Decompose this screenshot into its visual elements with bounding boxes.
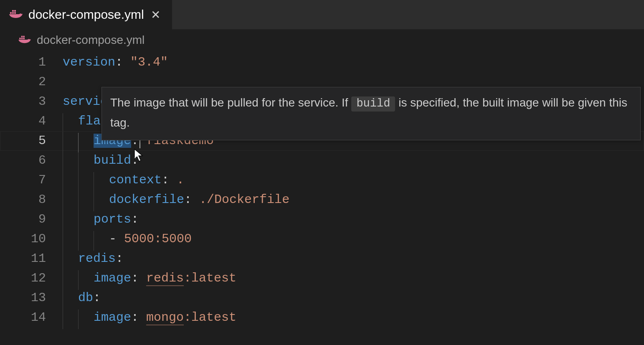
indent-guide bbox=[63, 231, 63, 251]
indent-guide bbox=[94, 172, 94, 192]
docker-icon bbox=[18, 33, 31, 47]
svg-rect-5 bbox=[19, 38, 21, 39]
line-number: 3 bbox=[0, 92, 63, 112]
indent-guide bbox=[63, 270, 63, 290]
code-content[interactable]: - 5000:5000 bbox=[63, 229, 192, 249]
hover-code-word: build bbox=[351, 96, 395, 112]
yaml-text: : bbox=[131, 271, 146, 285]
code-line[interactable]: 12 image: redis:latest bbox=[0, 269, 644, 288]
yaml-key: image bbox=[94, 310, 131, 325]
indent-guide bbox=[63, 133, 63, 152]
line-number: 5 bbox=[0, 131, 63, 151]
yaml-value: ./Dockerfile bbox=[199, 193, 289, 207]
breadcrumb[interactable]: docker-compose.yml bbox=[0, 29, 644, 53]
indent-guide bbox=[63, 251, 63, 270]
svg-rect-4 bbox=[14, 10, 16, 12]
yaml-value: "3.4" bbox=[130, 55, 168, 69]
yaml-value: . bbox=[177, 173, 184, 187]
line-number: 14 bbox=[0, 308, 63, 327]
code-line[interactable]: 1version: "3.4" bbox=[0, 53, 644, 72]
yaml-key: image bbox=[94, 271, 131, 285]
hover-tooltip: The image that will be pulled for the se… bbox=[101, 87, 641, 140]
editor-tab[interactable]: docker-compose.yml ✕ bbox=[0, 0, 172, 29]
code-line[interactable]: 13 db: bbox=[0, 288, 644, 308]
yaml-text: : bbox=[131, 310, 146, 325]
line-number: 1 bbox=[0, 53, 63, 72]
indent-guide bbox=[94, 231, 94, 251]
yaml-key: redis bbox=[78, 251, 116, 266]
code-content[interactable]: dockerfile: ./Dockerfile bbox=[63, 190, 289, 210]
svg-rect-1 bbox=[12, 12, 14, 14]
yaml-text: : bbox=[116, 251, 123, 266]
line-number: 12 bbox=[0, 269, 63, 288]
yaml-value: mongo bbox=[146, 310, 184, 325]
yaml-key: db bbox=[78, 291, 93, 305]
yaml-value: :latest bbox=[184, 310, 236, 325]
svg-rect-6 bbox=[21, 38, 23, 39]
code-line[interactable]: 7 context: . bbox=[0, 170, 644, 190]
yaml-key: ports bbox=[94, 212, 131, 226]
svg-rect-7 bbox=[23, 38, 25, 39]
code-content[interactable]: build: bbox=[63, 151, 139, 170]
code-line[interactable]: 6 build: bbox=[0, 151, 644, 170]
line-number: 10 bbox=[0, 229, 63, 249]
line-number: 8 bbox=[0, 190, 63, 210]
indent-guide bbox=[78, 270, 79, 290]
code-content[interactable]: ports: bbox=[63, 210, 139, 229]
indent-guide bbox=[63, 211, 63, 231]
indent-guide bbox=[78, 231, 79, 251]
svg-rect-9 bbox=[23, 36, 25, 38]
svg-rect-3 bbox=[12, 10, 14, 12]
yaml-key: version bbox=[63, 55, 115, 69]
yaml-text: : bbox=[131, 153, 139, 167]
yaml-value: 5000:5000 bbox=[124, 232, 192, 246]
code-line[interactable]: 10 - 5000:5000 bbox=[0, 229, 644, 249]
hover-text: The image that will be pulled for the se… bbox=[110, 96, 351, 109]
code-content[interactable]: image: redis:latest bbox=[63, 269, 236, 288]
indent-guide bbox=[63, 192, 63, 211]
yaml-text: : bbox=[131, 212, 139, 226]
yaml-key: context bbox=[109, 173, 162, 187]
indent-guide bbox=[78, 133, 79, 152]
yaml-text: : bbox=[184, 193, 199, 207]
tab-title: docker-compose.yml bbox=[28, 8, 144, 22]
line-number: 7 bbox=[0, 170, 63, 190]
code-line[interactable]: 8 dockerfile: ./Dockerfile bbox=[0, 190, 644, 210]
tab-close-icon[interactable]: ✕ bbox=[150, 8, 161, 22]
code-editor[interactable]: 1version: "3.4"23services:4 flaskdemo:5 … bbox=[0, 53, 644, 327]
code-content[interactable]: version: "3.4" bbox=[63, 53, 168, 72]
yaml-value: redis bbox=[146, 271, 184, 286]
code-line[interactable]: 14 image: mongo:latest bbox=[0, 308, 644, 327]
yaml-text: - bbox=[109, 232, 124, 246]
svg-rect-2 bbox=[14, 12, 16, 14]
line-number: 11 bbox=[0, 249, 63, 269]
indent-guide bbox=[63, 152, 63, 172]
indent-guide bbox=[94, 192, 94, 211]
indent-guide bbox=[78, 309, 79, 329]
code-content[interactable]: db: bbox=[63, 288, 101, 308]
indent-guide bbox=[63, 172, 63, 192]
indent-guide bbox=[78, 211, 79, 231]
line-number: 6 bbox=[0, 151, 63, 170]
indent-guide bbox=[78, 152, 79, 172]
yaml-key: build bbox=[94, 153, 131, 167]
yaml-value: :latest bbox=[184, 271, 236, 285]
code-line[interactable]: 11 redis: bbox=[0, 249, 644, 269]
indent-guide bbox=[63, 309, 63, 329]
breadcrumb-filename: docker-compose.yml bbox=[37, 33, 145, 47]
yaml-text: : bbox=[162, 173, 177, 187]
code-content[interactable]: context: . bbox=[63, 170, 184, 190]
code-line[interactable]: 9 ports: bbox=[0, 210, 644, 229]
code-content[interactable]: image: mongo:latest bbox=[63, 308, 236, 327]
docker-icon bbox=[9, 8, 23, 22]
yaml-text: : bbox=[115, 55, 130, 69]
yaml-text: : bbox=[93, 291, 101, 305]
code-content[interactable]: redis: bbox=[63, 249, 123, 269]
line-number: 9 bbox=[0, 210, 63, 229]
line-number: 13 bbox=[0, 288, 63, 308]
indent-guide bbox=[63, 113, 63, 133]
svg-rect-0 bbox=[10, 12, 12, 14]
line-number: 4 bbox=[0, 112, 63, 131]
indent-guide bbox=[78, 172, 79, 192]
indent-guide bbox=[78, 192, 79, 211]
